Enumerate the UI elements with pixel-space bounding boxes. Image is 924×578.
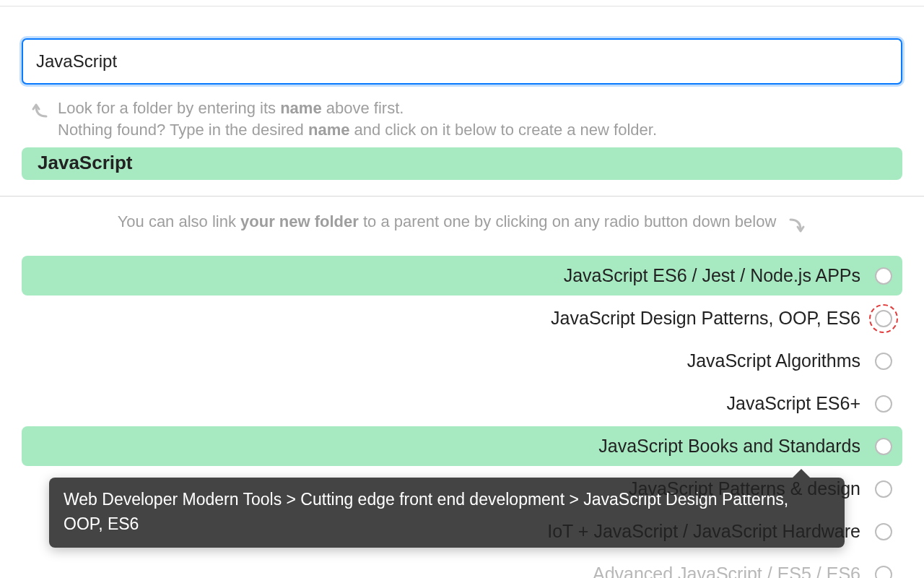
parent-folder-radio[interactable] xyxy=(875,310,892,327)
folder-row[interactable]: JavaScript Books and Standards xyxy=(22,426,902,466)
arrow-down-curve-icon xyxy=(786,217,806,237)
create-new-folder-button[interactable]: JavaScript xyxy=(22,147,902,180)
link-parent-hint-text: You can also link your new folder to a p… xyxy=(118,212,777,231)
link-hint-pre: You can also link xyxy=(118,212,240,230)
hint-line1-post: above first. xyxy=(322,99,404,117)
folder-row[interactable]: JavaScript ES6+ xyxy=(22,384,902,423)
parent-folder-radio[interactable] xyxy=(875,267,892,285)
folder-row[interactable]: JavaScript Algorithms xyxy=(22,341,902,381)
search-hint: Look for a folder by entering its name a… xyxy=(0,98,924,140)
folder-label: JavaScript ES6+ xyxy=(726,393,860,414)
new-folder-label: JavaScript xyxy=(38,152,133,173)
link-parent-hint: You can also link your new folder to a p… xyxy=(0,212,924,237)
parent-folder-list: JavaScript ES6 / Jest / Node.js APPsJava… xyxy=(0,256,924,578)
link-hint-post: to a parent one by clicking on any radio… xyxy=(359,212,777,230)
folder-row[interactable]: JavaScript Patterns & design xyxy=(22,469,902,509)
search-section xyxy=(0,7,924,85)
folder-row[interactable]: JavaScript Design Patterns, OOP, ES6 xyxy=(22,298,902,338)
hint-line2-pre: Nothing found? Type in the desired xyxy=(58,121,308,139)
parent-folder-radio[interactable] xyxy=(875,566,892,578)
folder-label: IoT + JavaScript / JavaScript Hardware xyxy=(547,521,860,542)
folder-label: JavaScript Books and Standards xyxy=(598,436,860,457)
parent-folder-radio[interactable] xyxy=(875,395,892,413)
folder-row[interactable]: IoT + JavaScript / JavaScript Hardware xyxy=(22,512,902,551)
parent-folder-radio[interactable] xyxy=(875,438,892,455)
folder-label: JavaScript ES6 / Jest / Node.js APPs xyxy=(564,265,860,286)
hint-line2-post: and click on it below to create a new fo… xyxy=(349,121,657,139)
parent-folder-radio[interactable] xyxy=(875,480,892,498)
hint-line2-bold: name xyxy=(308,121,349,139)
folder-label: Advanced JavaScript / ES5 / ES6 xyxy=(593,564,860,578)
parent-folder-radio[interactable] xyxy=(875,523,892,540)
hint-line1-bold: name xyxy=(280,99,321,117)
folder-row[interactable]: Advanced JavaScript / ES5 / ES6 xyxy=(22,554,902,578)
folder-label: JavaScript Algorithms xyxy=(687,350,860,371)
section-divider xyxy=(0,196,924,197)
arrow-up-curve-icon xyxy=(30,99,51,119)
folder-label: JavaScript Patterns & design xyxy=(629,478,860,499)
folder-label: JavaScript Design Patterns, OOP, ES6 xyxy=(551,308,860,329)
folder-row[interactable]: JavaScript ES6 / Jest / Node.js APPs xyxy=(22,256,902,296)
hint-line1-pre: Look for a folder by entering its xyxy=(58,99,280,117)
search-hint-text: Look for a folder by entering its name a… xyxy=(58,98,657,140)
link-hint-bold: your new folder xyxy=(240,212,359,230)
folder-search-input[interactable] xyxy=(22,38,902,85)
parent-folder-radio[interactable] xyxy=(875,353,892,370)
